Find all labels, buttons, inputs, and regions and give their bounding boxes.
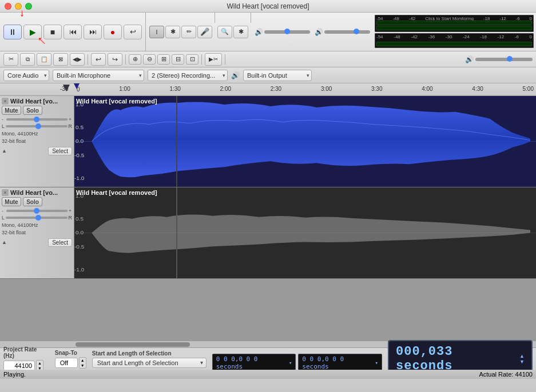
status-bar: Project Rate (Hz) 44100 ▲ ▼ Snap-To Off … — [0, 347, 536, 392]
trim-button[interactable]: ⊠ — [53, 53, 68, 66]
selection-start-text: 0 0 0,0 0 0 seconds — [216, 355, 288, 370]
track-2-gain-slider[interactable] — [6, 210, 68, 212]
input-device-select[interactable]: Built-in Microphone — [53, 70, 144, 81]
edit-toolbar: ✂ ⧉ 📋 ⊠ ◀▶ ↩ ↪ ⊕ ⊖ ⊞ ⊟ ⊡ ▶✂ 🔊 — [0, 51, 536, 67]
track-2-gain-thumb[interactable] — [34, 208, 39, 214]
audio-host-wrap: Core Audio — [3, 70, 49, 81]
track-2-expand-arrow[interactable]: ▲ — [2, 239, 7, 245]
pause-button[interactable]: ⏸ — [3, 25, 22, 39]
bottom-meter-label-5: -30 — [446, 34, 452, 39]
zoom-sel-button[interactable]: ⊡ — [186, 54, 198, 65]
device-bar: Core Audio Built-in Microphone 2 (Stereo… — [0, 67, 536, 83]
zoom-fit-button[interactable]: ⊞ — [157, 54, 170, 65]
track-1-gain-slider[interactable] — [6, 118, 68, 121]
output-device-select[interactable]: Built-in Output — [243, 70, 312, 81]
track-1-mute[interactable]: Mute — [2, 106, 21, 115]
track-2-solo[interactable]: Solo — [23, 197, 42, 206]
mic-button[interactable]: 🎤 — [197, 26, 212, 38]
track-2-mute[interactable]: Mute — [2, 197, 21, 206]
scrollbar-thumb[interactable] — [76, 342, 190, 347]
draw-tool-button[interactable]: ✏ — [181, 26, 196, 38]
track-2-info: Mono, 44100Hz32-bit float — [2, 222, 72, 236]
project-rate-section: Project Rate (Hz) 44100 ▲ ▼ — [3, 346, 49, 371]
meter-channel-2 — [376, 26, 532, 30]
record-button[interactable]: ● — [104, 25, 122, 39]
output-volume-thumb[interactable] — [354, 29, 359, 34]
cursor-tool-button[interactable]: I — [149, 26, 164, 38]
zoom-in-button[interactable]: ⊕ — [129, 54, 141, 65]
track-1-solo[interactable]: Solo — [23, 106, 42, 115]
selection-start-arrow[interactable]: ▾ — [289, 360, 292, 366]
play-cut-button[interactable]: ▶✂ — [205, 53, 222, 66]
snap-to-stepper[interactable]: ▲ ▼ — [79, 357, 86, 369]
track-2: × Wild Heart [vo... Mute Solo - + L R — [0, 187, 536, 279]
audio-host-select[interactable]: Core Audio — [3, 70, 49, 81]
paste-button[interactable]: 📋 — [37, 53, 51, 66]
track-2-right-label: R — [69, 215, 73, 221]
volume-icon: 🔊 — [255, 28, 263, 36]
track-1-controls: × Wild Heart [vo... Mute Solo - + L R — [0, 96, 74, 187]
track-2-pan-thumb[interactable] — [35, 215, 41, 221]
track-2-select-button[interactable]: Select — [48, 238, 72, 247]
skip-forward-button[interactable]: ⏭ — [84, 25, 102, 39]
track-1: × Wild Heart [vo... Mute Solo - + L R — [0, 96, 536, 187]
track-1-gain-thumb[interactable] — [34, 117, 39, 122]
zoom-toggle-button[interactable]: ⊟ — [172, 54, 184, 65]
track-1-waveform[interactable]: Wild Heart [vocal removed] 1.0 0.5 0.0 -… — [74, 96, 536, 187]
play-button[interactable]: ▶ ↑ — [23, 25, 42, 39]
titlebar-buttons[interactable] — [5, 3, 32, 10]
ruler-mark-100: 1:00 — [119, 86, 130, 93]
track-1-select-button[interactable]: Select — [48, 147, 72, 155]
input-device-wrap: Built-in Microphone — [53, 70, 144, 81]
snap-to-value[interactable]: Off — [55, 358, 78, 368]
svg-text:0.5: 0.5 — [76, 215, 84, 222]
svg-text:-0.5: -0.5 — [74, 243, 85, 250]
selection-type-select[interactable]: Start and Length of Selection Start and … — [92, 358, 207, 368]
input-volume-slider[interactable] — [264, 30, 310, 34]
zoom-star-tool[interactable]: ✱ — [233, 26, 248, 38]
output-icon: 🔊 — [231, 71, 240, 79]
selection-end-arrow[interactable]: ▾ — [375, 360, 378, 366]
zoom-in-tool[interactable]: 🔍 — [217, 26, 232, 38]
bottom-meter-label-3: -42 — [411, 34, 418, 39]
time-display-stepper[interactable]: ▲ ▼ — [519, 353, 525, 365]
track-1-pan-slider[interactable] — [6, 125, 67, 127]
track-2-waveform[interactable]: Wild Heart [vocal removed] 1.0 0.5 0.0 -… — [74, 187, 536, 278]
track-2-pan-slider[interactable] — [6, 217, 67, 219]
bottom-meter-label-10: 0 — [530, 34, 532, 39]
ruler-mark-200: 2:00 — [220, 86, 231, 93]
loop-button[interactable]: ↩ — [124, 25, 142, 39]
track-1-expand-arrow[interactable]: ▲ — [2, 148, 7, 154]
output-volume-slider[interactable] — [324, 30, 370, 34]
playback-volume-thumb[interactable] — [507, 56, 513, 62]
track-1-pan-thumb[interactable] — [35, 123, 41, 129]
track-1-close[interactable]: × — [2, 98, 9, 105]
undo-button[interactable]: ↩ — [91, 53, 106, 66]
selection-controls-row: Project Rate (Hz) 44100 ▲ ▼ Snap-To Off … — [0, 348, 536, 370]
input-volume-thumb[interactable] — [284, 29, 290, 34]
maximize-button[interactable] — [25, 3, 32, 10]
track-2-gain-plus: + — [69, 208, 72, 214]
reverse-button[interactable]: ◀▶ — [70, 53, 85, 66]
timeline-ruler[interactable]: -30 0 1:00 1:30 2:00 2:30 3:00 3:30 4:00… — [0, 83, 536, 96]
copy-button[interactable]: ⧉ — [20, 53, 35, 66]
minimize-button[interactable] — [15, 3, 22, 10]
skip-back-button[interactable]: ⏮ — [63, 25, 82, 39]
zoom-out-button[interactable]: ⊖ — [143, 54, 156, 65]
track-1-waveform-title: Wild Heart [vocal removed] — [76, 98, 157, 105]
output-device-wrap: Built-in Output — [243, 70, 312, 81]
selection-type-wrap: Start and Length of Selection Start and … — [92, 358, 207, 368]
cut-button[interactable]: ✂ — [3, 53, 18, 66]
track-2-title: Wild Heart [vo... — [10, 189, 72, 196]
multi-tool-button[interactable]: ✱ — [165, 26, 180, 38]
track-2-close[interactable]: × — [2, 189, 9, 196]
playback-volume-slider[interactable] — [475, 58, 533, 61]
recording-channels-select[interactable]: 2 (Stereo) Recording... — [148, 70, 228, 81]
ruler-mark-230: 2:30 — [271, 86, 281, 93]
time-display-value: 000,033 seconds — [396, 345, 517, 373]
stop-button[interactable]: ■ — [43, 25, 62, 39]
redo-button[interactable]: ↪ — [108, 53, 122, 66]
bottom-meter-label-7: -18 — [480, 34, 487, 39]
track-2-waveform-title: Wild Heart [vocal removed] — [76, 189, 157, 196]
close-button[interactable] — [5, 3, 11, 10]
